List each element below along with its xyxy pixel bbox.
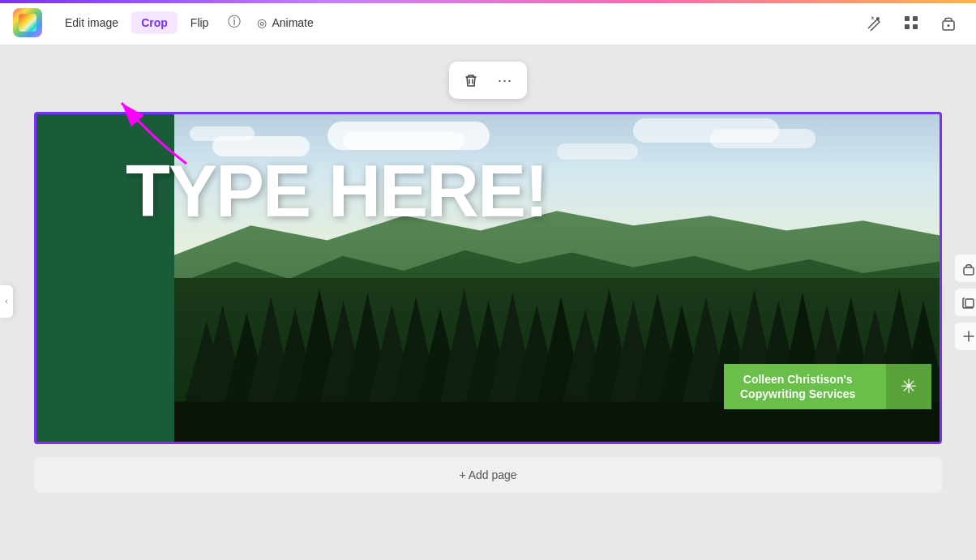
svg-rect-4 <box>913 24 918 29</box>
side-toolbar <box>955 254 976 350</box>
info-icon: ⓘ <box>228 14 241 31</box>
canvas-area: ‹ ··· <box>0 45 976 557</box>
svg-rect-3 <box>905 24 910 29</box>
element-toolbar: ··· <box>449 62 527 99</box>
svg-point-6 <box>948 24 950 27</box>
canvas-wrapper: › <box>34 112 942 493</box>
lock-button[interactable] <box>934 8 963 37</box>
badge-text: Colleen Christison's Copywriting Service… <box>724 364 886 409</box>
crop-button[interactable]: Crop <box>131 11 178 34</box>
cloud-2 <box>190 126 255 141</box>
more-icon: ··· <box>498 72 512 89</box>
svg-rect-8 <box>965 299 974 307</box>
cloud-4 <box>343 132 464 150</box>
add-element-button[interactable] <box>955 323 976 350</box>
trees-svg <box>174 262 940 442</box>
lock-element-button[interactable] <box>955 254 976 282</box>
canvas-image-frame[interactable]: TYPE HERE! Colleen Christison's Copywrit… <box>34 112 942 444</box>
cloud-5 <box>557 143 638 160</box>
grid-button[interactable] <box>897 8 926 37</box>
left-panel-collapse[interactable]: ‹ <box>0 285 13 318</box>
info-button[interactable]: ⓘ <box>221 9 247 36</box>
lock-element-icon <box>962 262 975 276</box>
delete-element-button[interactable] <box>457 66 485 94</box>
add-icon <box>962 330 975 343</box>
lock-icon <box>941 15 956 31</box>
badge-container[interactable]: Colleen Christison's Copywriting Service… <box>724 364 931 409</box>
toolbar-right-actions <box>859 8 963 37</box>
edit-image-button[interactable]: Edit image <box>55 11 128 34</box>
more-options-button[interactable]: ··· <box>491 66 519 94</box>
add-page-button[interactable]: + Add page <box>34 457 942 493</box>
badge-name: Colleen Christison's Copywriting Service… <box>740 372 855 401</box>
magic-icon <box>866 15 882 31</box>
app-logo[interactable] <box>13 8 42 37</box>
main-toolbar: Edit image Crop Flip ⓘ ◎ Animate <box>0 0 976 45</box>
duplicate-icon <box>962 296 975 309</box>
duplicate-element-button[interactable] <box>955 289 976 316</box>
toolbar-navigation: Edit image Crop Flip ⓘ ◎ Animate <box>55 9 859 36</box>
svg-rect-2 <box>913 16 918 21</box>
svg-rect-1 <box>905 16 910 21</box>
svg-rect-7 <box>964 267 974 275</box>
trash-icon <box>464 73 478 88</box>
animate-icon: ◎ <box>257 16 267 29</box>
logo-icon <box>19 14 36 32</box>
chevron-left-icon: ‹ <box>5 297 7 306</box>
animate-button[interactable]: ◎ Animate <box>250 11 319 34</box>
top-gradient-bar <box>0 0 976 3</box>
asterisk-icon: ✳ <box>901 375 917 398</box>
cloud-7 <box>710 129 815 148</box>
badge-icon-box: ✳ <box>886 364 931 409</box>
magic-tool-button[interactable] <box>859 8 888 37</box>
flip-button[interactable]: Flip <box>181 11 219 34</box>
headline-text[interactable]: TYPE HERE! <box>126 155 547 228</box>
svg-point-0 <box>876 17 880 20</box>
grid-icon <box>903 15 919 31</box>
